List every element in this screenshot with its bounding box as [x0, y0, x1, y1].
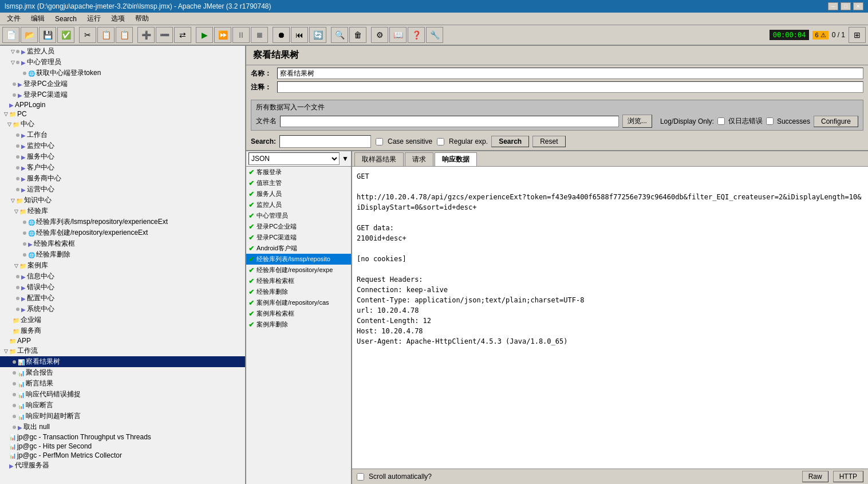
tree-node[interactable]: ▶取出 null: [0, 422, 245, 432]
tree-node[interactable]: ▶登录PC企业端: [0, 78, 245, 89]
result-item[interactable]: ✔登录PC企业端: [246, 221, 351, 232]
menu-help[interactable]: 帮助: [131, 13, 153, 25]
result-item[interactable]: ✔经验库创建/repository/expe: [246, 265, 351, 276]
format-toggle[interactable]: ▼: [342, 155, 349, 163]
http-button[interactable]: HTTP: [833, 471, 863, 482]
expand-button[interactable]: ➕: [137, 27, 155, 43]
tree-node[interactable]: ▽📁PC: [0, 109, 245, 119]
tree-node[interactable]: ▶登录PC渠道端: [0, 89, 245, 100]
menu-run[interactable]: 运行: [82, 13, 105, 25]
new-button[interactable]: 📄: [2, 27, 19, 43]
tree-node[interactable]: ▶工作台: [0, 129, 245, 140]
tree-node[interactable]: ▽📁案例库: [0, 260, 245, 271]
file-input[interactable]: [280, 116, 619, 127]
tree-node[interactable]: ▽📁工作流: [0, 345, 245, 356]
cut-button[interactable]: ✂: [79, 27, 96, 43]
error-checkbox[interactable]: [717, 117, 725, 125]
tree-node[interactable]: ▶服务中心: [0, 151, 245, 162]
result-item[interactable]: ✔案例库删除: [246, 319, 351, 330]
tree-node[interactable]: 📊jp@gc - PerfMon Metrics Collector: [0, 451, 245, 460]
tree-node[interactable]: 📊响应时间超时断言: [0, 411, 245, 422]
menu-search[interactable]: Search: [50, 14, 81, 24]
result-item[interactable]: ✔服务人员: [246, 188, 351, 199]
configure-button[interactable]: Configure: [814, 116, 858, 127]
result-item[interactable]: ✔案例库创建/repository/cas: [246, 297, 351, 308]
raw-button[interactable]: Raw: [802, 471, 828, 482]
result-item[interactable]: ✔案例库检索框: [246, 308, 351, 319]
help-button[interactable]: ❓: [408, 27, 425, 43]
open-button[interactable]: 📂: [21, 27, 38, 43]
regular-exp-checkbox[interactable]: [437, 138, 444, 145]
toggle-button[interactable]: ⇄: [174, 27, 191, 43]
tree-node[interactable]: 🌐获取中心端登录token: [0, 68, 245, 78]
tree-node[interactable]: ▶运营中心: [0, 184, 245, 195]
tree-node[interactable]: 📊响应断言: [0, 400, 245, 411]
settings-button[interactable]: 🔧: [426, 27, 443, 43]
tree-node[interactable]: ▶信息中心: [0, 271, 245, 282]
clear-button[interactable]: 🔍: [331, 27, 348, 43]
tree-node[interactable]: ▽📁知识中心: [0, 195, 245, 206]
tree-node[interactable]: 📊断言结果: [0, 378, 245, 389]
name-input[interactable]: [277, 68, 863, 79]
tree-node[interactable]: ▶服务商中心: [0, 173, 245, 184]
tree-expand-icon[interactable]: ▽: [13, 208, 19, 214]
tree-node[interactable]: 🌐经验库创建/repository/experienceExt: [0, 227, 245, 238]
copy-button[interactable]: 📋: [97, 27, 115, 43]
case-sensitive-checkbox[interactable]: [376, 138, 383, 145]
stop-button[interactable]: ⏸: [232, 27, 250, 43]
menu-file[interactable]: 文件: [2, 13, 25, 25]
scroll-auto-checkbox[interactable]: [357, 473, 364, 481]
tab-response-data[interactable]: 响应数据: [435, 152, 477, 166]
tree-node[interactable]: ▶系统中心: [0, 304, 245, 314]
collapse-button[interactable]: ➖: [156, 27, 173, 43]
reset-button[interactable]: Reset: [532, 136, 565, 147]
tree-expand-icon[interactable]: ▽: [6, 121, 13, 127]
shutdown-button[interactable]: ⏹: [251, 27, 268, 43]
result-item[interactable]: ✔监控人员: [246, 199, 351, 210]
search-input[interactable]: [279, 135, 371, 148]
tree-node[interactable]: 📊聚合报告: [0, 367, 245, 378]
tree-node[interactable]: 📊jp@gc - Hits per Second: [0, 442, 245, 451]
result-item[interactable]: ✔登录PC渠道端: [246, 232, 351, 243]
tree-node[interactable]: 📊jp@gc - Transaction Throughput vs Threa…: [0, 432, 245, 442]
tree-node[interactable]: ▶代理服务器: [0, 460, 245, 471]
tree-node[interactable]: ▶经验库检索框: [0, 238, 245, 249]
function-button[interactable]: ⚙: [371, 27, 388, 43]
tree-node[interactable]: 📊响应代码错误捕捉: [0, 389, 245, 400]
result-item[interactable]: ✔客服登录: [246, 167, 351, 178]
format-select[interactable]: JSON XML Text HTML: [248, 152, 340, 165]
result-item[interactable]: ✔经验库列表/lsmsp/reposito: [246, 254, 351, 265]
tree-expand-icon[interactable]: ▽: [9, 198, 16, 203]
tree-expand-icon[interactable]: ▽: [13, 263, 19, 269]
close-button[interactable]: ✕: [853, 2, 863, 10]
remote-start-button[interactable]: ⏺: [273, 27, 290, 43]
remote-exit-button[interactable]: 🔄: [309, 27, 326, 43]
tree-expand-icon[interactable]: ▽: [9, 49, 16, 54]
tree-node[interactable]: 📁APP: [0, 336, 245, 345]
tree-node[interactable]: ▶错误中心: [0, 282, 245, 293]
tree-node[interactable]: 🌐经验库删除: [0, 249, 245, 260]
template-button[interactable]: 📖: [389, 27, 407, 43]
result-item[interactable]: ✔Android客户端: [246, 243, 351, 254]
tree-node[interactable]: 📁服务商: [0, 325, 245, 336]
tab-request[interactable]: 请求: [405, 152, 433, 166]
tree-node[interactable]: ▽▶中心管理员: [0, 57, 245, 68]
tree-node[interactable]: 📊察看结果树: [0, 356, 245, 367]
result-item[interactable]: ✔经验库检索框: [246, 276, 351, 286]
result-item[interactable]: ✔经验库删除: [246, 286, 351, 297]
save-as-button[interactable]: ✅: [57, 27, 74, 43]
minimize-button[interactable]: ─: [828, 2, 838, 10]
tree-node[interactable]: ▽📁经验库: [0, 206, 245, 217]
tree-node[interactable]: 📁企业端: [0, 314, 245, 325]
tree-node[interactable]: ▶客户中心: [0, 162, 245, 173]
tree-node[interactable]: ▶配置中心: [0, 293, 245, 304]
result-item[interactable]: ✔值班主管: [246, 178, 351, 188]
comment-input[interactable]: [277, 81, 863, 93]
success-checkbox[interactable]: [766, 117, 774, 125]
tree-node[interactable]: ▶监控中心: [0, 140, 245, 151]
maximize-button[interactable]: □: [841, 2, 851, 10]
tab-sampler-result[interactable]: 取样器结果: [354, 152, 404, 166]
save-button[interactable]: 💾: [39, 27, 56, 43]
tree-node[interactable]: 🌐经验库列表/lsmsp/repository/experienceExt: [0, 217, 245, 227]
remote-stop-button[interactable]: ⏮: [291, 27, 308, 43]
